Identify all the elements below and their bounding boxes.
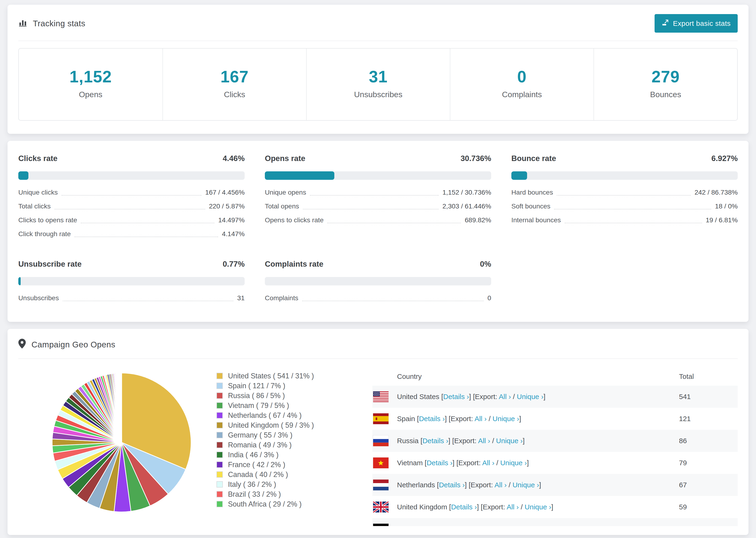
export-all-link[interactable]: All › [478,437,490,445]
rate-detail-rows: Unique clicks167 / 4.456%Total clicks220… [18,186,244,241]
export-all-link[interactable]: All › [499,393,511,401]
total-cell: 67 [679,481,738,489]
link-separator: / [507,481,513,489]
rate-detail-row: Total opens2,303 / 61.446% [265,199,491,213]
stat-value: 167 [163,67,306,86]
details-link[interactable]: Details › [419,415,445,422]
stat-label: Clicks [163,90,306,99]
legend-swatch [216,402,223,409]
export-unique-link[interactable]: Unique › [513,481,539,489]
country-column-header: Country [372,372,679,381]
pie-slice-63[interactable] [121,373,122,443]
rate-detail-row: Click through rate4.147% [18,227,244,241]
export-all-link[interactable]: All › [486,525,498,526]
details-link[interactable]: Details › [427,459,453,467]
flag-icon-ru [373,435,389,446]
rate-block-unsubscribe-rate: Unsubscribe rate0.77%Unsubscribes31 [18,260,244,305]
geo-pie-chart[interactable] [51,372,192,526]
details-link[interactable]: Details › [422,437,448,445]
total-cell: 79 [679,459,738,467]
close-bracket: ] [519,415,521,422]
export-unique-link[interactable]: Unique › [493,415,519,422]
detail-value: 0 [487,294,491,302]
detail-label: Total opens [265,202,299,210]
legend-swatch [216,383,223,389]
export-unique-link[interactable]: Unique › [500,459,527,467]
legend-swatch [216,452,223,458]
flag-icon-gb [373,502,389,512]
detail-value: 4.147% [222,230,244,238]
rate-title: Clicks rate [18,154,58,163]
legend-label: Brazil ( 33 / 2% ) [228,490,281,498]
rate-head: Unsubscribe rate0.77% [18,260,244,269]
country-cell: Spain [Details ›] [Export: All › / Uniqu… [397,415,679,423]
campaign-geo-opens-card: Campaign Geo Opens United States ( 541 /… [8,329,748,535]
dotted-leader [310,195,439,195]
detail-value: 18 / 0% [715,202,738,210]
export-unique-link[interactable]: Unique › [504,525,530,526]
legend-swatch [216,393,223,399]
link-separator: / [511,393,517,401]
details-link[interactable]: Details › [451,503,477,511]
detail-label: Hard bounces [512,188,553,196]
export-all-link[interactable]: All › [474,415,487,422]
export-button-label: Export basic stats [673,20,730,27]
details-link[interactable]: Details › [443,393,469,401]
close-bracket: ] [551,503,553,511]
export-label: ] [Export: [445,415,474,422]
stat-label: Unsubscribes [307,90,450,99]
rate-detail-row: Unique opens1,152 / 30.736% [265,186,491,199]
total-cell: 86 [679,437,738,445]
country-cell: United States [Details ›] [Export: All ›… [397,393,679,401]
rate-title: Unsubscribe rate [18,260,82,269]
country-name: United Kingdom [ [397,503,451,511]
rate-block-opens-rate: Opens rate30.736%Unique opens1,152 / 30.… [265,154,491,241]
legend-item-6: Germany ( 55 / 3% ) [216,431,370,439]
legend-item-4: Netherlands ( 67 / 4% ) [216,411,370,419]
export-unique-link[interactable]: Unique › [517,393,543,401]
rate-detail-row: Complaints0 [265,291,491,305]
rate-progress-track [18,277,244,286]
tracking-stats-title: Tracking stats [18,18,85,29]
dotted-leader [557,195,691,195]
bar-chart-icon [18,18,27,29]
legend-label: France ( 42 / 2% ) [228,460,285,469]
close-bracket: ] [530,525,532,526]
geo-table-row-de: Germany [Details ›] [Export: All › / Uni… [372,518,738,526]
legend-swatch [216,442,223,448]
detail-label: Unique clicks [18,188,58,196]
flag-icon-es [373,413,389,424]
detail-label: Complaints [265,294,298,302]
legend-swatch [216,481,223,488]
export-unique-link[interactable]: Unique › [496,437,523,445]
export-label: ] [Export: [469,393,499,401]
detail-label: Unsubscribes [18,294,59,302]
detail-value: 167 / 4.456% [205,188,244,196]
flag-icon-us [373,391,389,402]
total-cell: 59 [679,503,738,511]
rate-progress-fill [512,171,527,180]
legend-swatch [216,432,223,438]
details-link[interactable]: Details › [430,525,456,526]
detail-value: 1,152 / 30.736% [442,188,491,196]
country-name: Netherlands [ [397,481,439,489]
legend-label: South Africa ( 29 / 2% ) [228,500,302,508]
pie-legend: United States ( 541 / 31% )Spain ( 121 /… [216,370,370,526]
export-unique-link[interactable]: Unique › [525,503,551,511]
rate-head: Opens rate30.736% [265,154,491,163]
export-basic-stats-button[interactable]: Export basic stats [655,14,738,32]
geo-table-row-us: United States [Details ›] [Export: All ›… [372,386,738,408]
legend-item-12: Brazil ( 33 / 2% ) [216,490,370,498]
details-link[interactable]: Details › [439,481,465,489]
tracking-stats-header: Tracking stats Export basic stats [18,14,738,32]
detail-value: 242 / 86.738% [694,188,738,196]
export-all-link[interactable]: All › [495,481,507,489]
legend-swatch [216,501,223,507]
rate-head: Complaints rate0% [265,260,491,269]
pie-svg[interactable] [51,372,192,513]
export-all-link[interactable]: All › [507,503,519,511]
rate-detail-row: Opens to clicks rate689.82% [265,213,491,227]
rate-detail-row: Total clicks220 / 5.87% [18,199,244,213]
rate-progress-track [18,171,244,180]
export-all-link[interactable]: All › [482,459,495,467]
